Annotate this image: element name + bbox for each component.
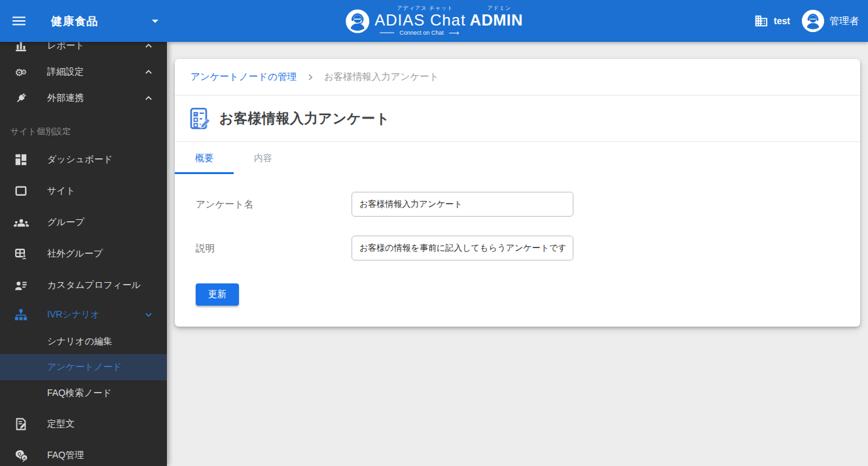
logo-brand-name: ADIAS Chat (374, 12, 465, 28)
sidebar-item-external-group[interactable]: 社外グループ (0, 238, 167, 270)
sidebar-item-ivr-scenario[interactable]: IVRシナリオ (0, 301, 167, 329)
survey-edit-icon (187, 105, 213, 132)
sidebar-item-label: 定型文 (47, 418, 167, 430)
sidebar-item-dashboard[interactable]: ダッシュボード (0, 144, 167, 175)
faq-bubbles-icon: QA (13, 448, 29, 463)
sidebar-item-label: 詳細設定 (47, 66, 142, 78)
chevron-up-icon (142, 42, 155, 52)
chevron-up-icon (142, 92, 155, 105)
sidebar-item-custom-profile[interactable]: カスタムプロフィール (0, 270, 167, 301)
sidebar-subitem-edit-scenario[interactable]: シナリオの編集 (0, 329, 167, 354)
sidebar-subitem-survey-node[interactable]: アンケートノード (0, 354, 167, 380)
survey-description-label: 説明 (196, 242, 352, 255)
logo-furigana-left: アディアス チャット (374, 6, 476, 11)
page-title: お客様情報入力アンケート (219, 109, 389, 128)
building-icon (754, 14, 769, 28)
chevron-down-icon (142, 308, 155, 321)
survey-name-label: アンケート名 (196, 198, 352, 211)
app-logo: アディアス チャット アドミン ADIAS Chat ADMIN Connect… (345, 6, 523, 37)
breadcrumb-chevron-icon (304, 71, 316, 83)
logo-tagline: Connect on Chat (399, 30, 444, 36)
sidebar-item-site[interactable]: サイト (0, 175, 167, 207)
document-edit-icon (13, 416, 29, 432)
sidebar-item-label: 外部連携 (47, 92, 142, 104)
user-avatar (802, 10, 824, 32)
sidebar-item-faq-management[interactable]: QA FAQ管理 (0, 440, 167, 466)
building-person-icon (13, 246, 29, 262)
sidebar-item-label: ダッシュボード (47, 154, 167, 166)
sidebar-item-label: 社外グループ (47, 248, 167, 260)
chevron-up-icon (142, 65, 155, 79)
sidebar-item-label: シナリオの編集 (47, 336, 167, 348)
adias-logo-mark-icon (345, 9, 370, 33)
svg-text:Q: Q (18, 452, 21, 457)
sidebar-item-template-text[interactable]: 定型文 (0, 408, 167, 440)
update-button[interactable]: 更新 (196, 283, 239, 306)
tab-label: 概要 (195, 152, 213, 164)
sidebar-section-site-settings: サイト個別設定 (0, 111, 167, 144)
site-selector-label: 健康食品 (51, 14, 98, 29)
dashboard-icon (13, 152, 29, 168)
sidebar-item-label: サイト (47, 185, 167, 197)
tagline-arrow-icon: ⟶ (449, 29, 458, 37)
tab-overview[interactable]: 概要 (175, 142, 234, 174)
tab-content[interactable]: 内容 (234, 142, 293, 174)
survey-description-input[interactable] (352, 236, 573, 260)
app-header: 健康食品 アディアス チャット アドミン ADIAS Chat AD (0, 0, 868, 42)
content-card: アンケートノードの管理 お客様情報入力アンケート お客様情報入力アンケート 概要… (175, 59, 860, 327)
survey-overview-form: アンケート名 説明 更新 (175, 174, 860, 306)
svg-text:A: A (23, 455, 26, 459)
plug-icon (13, 90, 29, 106)
sidebar-item-label: IVRシナリオ (47, 309, 142, 321)
people-icon (13, 215, 29, 230)
tab-label: 内容 (254, 152, 272, 164)
user-role-label: 管理者 (829, 15, 859, 27)
user-menu[interactable]: 管理者 (802, 10, 859, 32)
breadcrumb-parent-link[interactable]: アンケートノードの管理 (190, 71, 297, 83)
bar-chart-icon (13, 42, 29, 54)
tagline-dash (380, 33, 394, 33)
sitemap-icon (13, 307, 29, 323)
person-list-icon (13, 278, 29, 293)
sidebar-item-report[interactable]: レポート (0, 42, 167, 59)
breadcrumb-current: お客様情報入力アンケート (324, 71, 439, 83)
survey-name-input[interactable] (352, 192, 573, 217)
sidebar-item-label: レポート (47, 42, 142, 52)
sidebar-item-label: グループ (47, 217, 167, 228)
menu-hamburger-icon[interactable] (11, 13, 27, 29)
caret-down-icon (152, 20, 158, 23)
tenant-button[interactable]: test (754, 14, 790, 28)
sidebar-item-label: FAQ管理 (47, 450, 167, 461)
sidebar: レポート ⚙⚙ 詳細設定 外部連携 サイト個別設定 (0, 42, 167, 466)
logo-brand-admin: ADMIN (470, 12, 523, 28)
tenant-label: test (774, 16, 790, 26)
sidebar-item-external-integration[interactable]: 外部連携 (0, 85, 167, 111)
sidebar-item-group[interactable]: グループ (0, 207, 167, 238)
sidebar-item-label: FAQ検索ノード (47, 387, 167, 399)
page-title-row: お客様情報入力アンケート (175, 96, 860, 142)
gears-icon: ⚙⚙ (13, 64, 29, 80)
sidebar-item-label: アンケートノード (47, 361, 167, 373)
sidebar-item-advanced-settings[interactable]: ⚙⚙ 詳細設定 (0, 59, 167, 85)
tab-bar: 概要 内容 (175, 142, 860, 174)
site-selector-dropdown[interactable]: 健康食品 (51, 14, 161, 29)
logo-furigana-right: アドミン (476, 6, 523, 11)
sidebar-subitem-faq-search-node[interactable]: FAQ検索ノード (0, 380, 167, 406)
window-icon (13, 183, 29, 199)
sidebar-item-label: カスタムプロフィール (47, 279, 167, 291)
breadcrumb: アンケートノードの管理 お客様情報入力アンケート (175, 59, 860, 96)
